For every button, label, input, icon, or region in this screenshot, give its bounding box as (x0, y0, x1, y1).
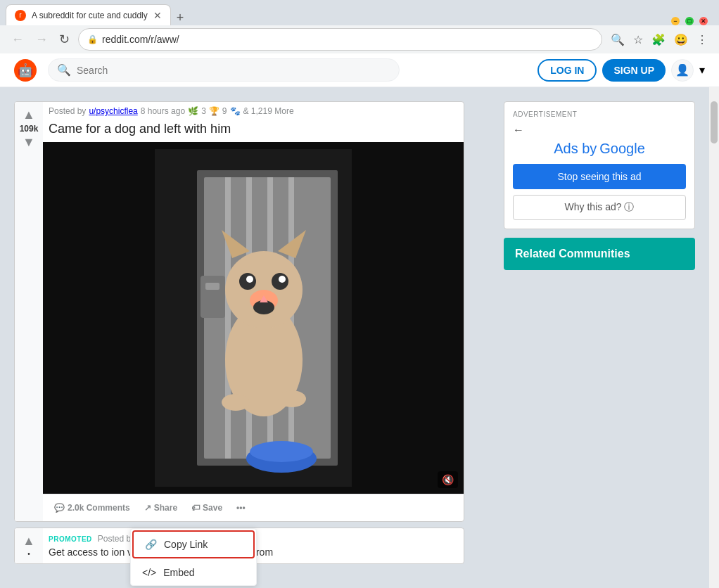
svg-rect-8 (201, 276, 225, 318)
save-label: Save (203, 503, 222, 513)
author-link[interactable]: u/psychicflea (89, 106, 137, 116)
active-tab[interactable]: r A subreddit for cute and cuddly ✕ (6, 4, 171, 25)
search-icon: 🔍 (57, 63, 71, 77)
award-count-2: 9 (222, 106, 227, 116)
svg-point-22 (278, 390, 306, 407)
post-image (155, 149, 352, 487)
extensions-icon[interactable]: 🧩 (649, 30, 668, 49)
browser-chrome: r A subreddit for cute and cuddly ✕ + − … (0, 0, 719, 53)
share-button[interactable]: ↗ Share (139, 499, 183, 517)
search-input[interactable] (77, 65, 390, 76)
related-communities-section: Related Communities (504, 238, 695, 270)
lock-icon: 🔒 (87, 34, 98, 44)
save-button[interactable]: 🏷 Save (186, 499, 228, 517)
comments-button[interactable]: 💬 2.0k Comments (49, 499, 136, 517)
header-actions: LOG IN SIGN UP 👤 ▾ (537, 59, 705, 82)
downvote-button[interactable]: ▼ (23, 135, 35, 150)
award-emoji-1: 🌿 (188, 106, 198, 116)
navigation-bar: ← → ↻ 🔒 🔍 ☆ 🧩 😀 ⋮ (0, 25, 719, 53)
user-dropdown-icon[interactable]: ▾ (699, 63, 705, 77)
posted-by-label: Posted by (49, 106, 86, 116)
tab-favicon: r (15, 10, 26, 21)
copy-link-label: Copy Link (164, 539, 208, 550)
award-emoji-3: 🐾 (230, 106, 241, 116)
refresh-button[interactable]: ↻ (56, 29, 72, 50)
save-icon: 🏷 (191, 503, 200, 513)
more-options-button[interactable]: ••• (231, 499, 251, 517)
context-menu: 🔗 Copy Link </> Embed (130, 528, 257, 586)
promoted-vote-column: ▲ • (15, 528, 43, 563)
more-icon: ••• (236, 503, 246, 513)
post-actions: 💬 2.0k Comments ↗ Share 🏷 Save ••• (43, 494, 464, 521)
vote-column: ▲ 109k ▼ (15, 102, 43, 521)
ads-by-google: Ads by Google (513, 141, 686, 157)
related-communities-title: Related Communities (515, 248, 684, 260)
post-area: ▲ 109k ▼ Posted by u/psychicflea 8 hours… (0, 87, 490, 588)
promoted-upvote[interactable]: ▲ (23, 534, 35, 549)
svg-point-18 (246, 276, 253, 283)
scrollbar[interactable] (709, 87, 719, 588)
embed-icon: </> (142, 567, 156, 578)
more-awards: & 1,219 More (243, 106, 294, 116)
profile-icon[interactable]: 😀 (671, 30, 691, 49)
promoted-label: PROMOTED (49, 535, 92, 543)
search-bar[interactable]: 🔍 (48, 58, 400, 82)
promoted-bullet: • (27, 550, 30, 558)
post-title: Came for a dog and left with him (43, 120, 464, 142)
bookmark-icon[interactable]: ☆ (630, 30, 646, 49)
vote-count: 109k (20, 124, 39, 134)
google-brand: Google (599, 141, 645, 156)
scrollbar-thumb[interactable] (711, 101, 718, 143)
advertisement-label: ADVERTISEMENT (513, 110, 686, 118)
time-ago: 8 hours ago (141, 106, 185, 116)
address-bar[interactable]: 🔒 (78, 28, 602, 51)
copy-link-item[interactable]: 🔗 Copy Link (132, 530, 255, 558)
share-icon: ↗ (144, 503, 151, 513)
main-layout: ▲ 109k ▼ Posted by u/psychicflea 8 hours… (0, 87, 719, 588)
svg-rect-4 (225, 177, 231, 459)
svg-point-19 (279, 276, 286, 283)
user-menu[interactable]: 👤 (671, 59, 694, 82)
svg-rect-9 (205, 283, 219, 290)
minimize-button[interactable]: − (671, 17, 680, 25)
post-info: Posted by u/psychicflea 8 hours ago 🌿 3 … (43, 102, 464, 120)
embed-label: Embed (163, 567, 194, 578)
sidebar: ADVERTISEMENT ← Ads by Google Stop seein… (490, 87, 709, 588)
url-input[interactable] (102, 34, 593, 45)
ad-back-button[interactable]: ← (513, 124, 524, 136)
svg-point-24 (250, 441, 313, 462)
award-count-1: 3 (201, 106, 206, 116)
svg-point-21 (222, 394, 250, 411)
back-button[interactable]: ← (8, 30, 27, 50)
tab-bar: r A subreddit for cute and cuddly ✕ + − … (0, 0, 719, 25)
post-card: ▲ 109k ▼ Posted by u/psychicflea 8 hours… (14, 101, 464, 522)
reddit-logo[interactable]: 🤖 (14, 59, 37, 82)
tab-title: A subreddit for cute and cuddly (32, 11, 148, 20)
post-image-container: 🔇 (43, 142, 464, 494)
comments-icon: 💬 (54, 503, 65, 513)
signup-button[interactable]: SIGN UP (602, 59, 666, 82)
reddit-header: 🤖 🔍 LOG IN SIGN UP 👤 ▾ (0, 53, 719, 87)
comments-label: 2.0k Comments (68, 503, 130, 513)
mute-button[interactable]: 🔇 (438, 471, 458, 488)
why-this-ad-button[interactable]: Why this ad? ⓘ (513, 195, 686, 220)
post-body: Posted by u/psychicflea 8 hours ago 🌿 3 … (43, 102, 464, 521)
browser-icons: 🔍 ☆ 🧩 😀 ⋮ (608, 30, 711, 49)
share-label: Share (154, 503, 177, 513)
stop-seeing-ad-button[interactable]: Stop seeing this ad (513, 164, 686, 189)
forward-button[interactable]: → (32, 30, 51, 50)
login-button[interactable]: LOG IN (537, 59, 597, 82)
upvote-button[interactable]: ▲ (23, 108, 35, 122)
maximize-button[interactable]: □ (685, 17, 694, 25)
browser-menu-icon[interactable]: ⋮ (694, 30, 711, 49)
copy-link-icon: 🔗 (145, 539, 157, 550)
new-tab-button[interactable]: + (177, 11, 184, 25)
ad-box: ADVERTISEMENT ← Ads by Google Stop seein… (504, 101, 695, 229)
search-browser-icon[interactable]: 🔍 (608, 30, 628, 49)
close-button[interactable]: ✕ (699, 17, 708, 25)
tab-close-button[interactable]: ✕ (153, 10, 162, 21)
embed-item[interactable]: </> Embed (131, 560, 256, 585)
award-emoji-2: 🏆 (209, 106, 219, 116)
